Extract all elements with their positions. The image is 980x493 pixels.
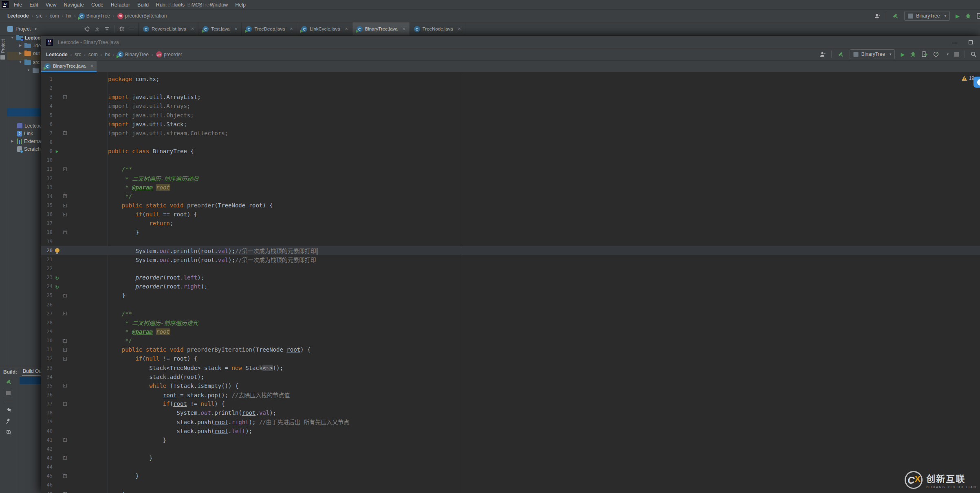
menu-item-view[interactable]: View — [42, 0, 60, 10]
code-line-21[interactable]: 21 System.out.println(root.val);//第一次成为栈… — [41, 255, 980, 264]
code-line-44[interactable]: 44 — [41, 462, 980, 471]
code-line-39[interactable]: 39 stack.push(root.right); //由于先进后出 所有先压… — [41, 417, 980, 426]
run-config-selector[interactable]: BinaryTree▾ — [904, 11, 950, 21]
close-icon[interactable]: × — [458, 26, 461, 31]
code-line-46[interactable]: 46 — [41, 480, 980, 489]
code-line-17[interactable]: 17 return; — [41, 219, 980, 228]
crumb-preorder[interactable]: mpreorder — [156, 51, 182, 57]
run-button-icon[interactable]: ▶ — [956, 13, 960, 19]
tab-linkcycle-java[interactable]: CLinkCycle.java× — [297, 22, 352, 35]
run-class-icon[interactable]: ▶ — [56, 149, 59, 154]
code-line-37[interactable]: 37- if(root != null) { — [41, 399, 980, 408]
debug-bug-icon[interactable] — [910, 51, 916, 57]
menu-item-edit[interactable]: Edit — [26, 0, 42, 10]
chevron-expanded-icon[interactable]: ▼ — [18, 60, 22, 64]
settings-wrench-icon[interactable] — [6, 407, 11, 413]
tab-test-java[interactable]: CTest.java× — [198, 22, 242, 35]
code-line-11[interactable]: 11- /** — [41, 165, 980, 174]
fold-collapse-icon[interactable]: - — [63, 312, 67, 315]
code-line-12[interactable]: 12 * 二叉树遍历-前序遍历递归 — [41, 174, 980, 183]
code-line-29[interactable]: 29 * @param root — [41, 327, 980, 336]
build-hammer-icon[interactable] — [5, 379, 12, 385]
tree-item-out[interactable]: ▶out — [18, 49, 40, 57]
close-icon[interactable]: × — [403, 26, 405, 31]
code-line-28[interactable]: 28 * 二叉树遍历-前序遍历迭代 — [41, 318, 980, 327]
tab-treenode-java[interactable]: CTreeNode.java× — [410, 22, 465, 35]
menu-item-build[interactable]: Build — [134, 0, 152, 10]
code-line-1[interactable]: 1package com.hx; — [41, 75, 980, 84]
close-icon[interactable]: × — [90, 64, 93, 68]
code-line-19[interactable]: 19 — [41, 237, 980, 246]
code-line-34[interactable]: 34 stack.add(root); — [41, 372, 980, 381]
code-line-4[interactable]: 4import java.util.Arrays; — [41, 101, 980, 110]
debug-bug-icon[interactable] — [965, 13, 971, 19]
code-line-30[interactable]: 30^ */ — [41, 336, 980, 345]
menu-item-navigate[interactable]: Navigate — [60, 0, 88, 10]
code-line-20[interactable]: 20 System.out.println(root.val);//第一次成为栈… — [41, 246, 980, 255]
chevron-down-icon[interactable]: ▾ — [890, 52, 892, 56]
code-line-24[interactable]: 24↻ preorder(root.right); — [41, 282, 980, 291]
crumb-hx[interactable]: hx — [105, 52, 110, 57]
fold-collapse-icon[interactable]: - — [63, 95, 67, 99]
maximize-button[interactable] — [969, 40, 973, 44]
chevron-collapsed-icon[interactable]: ▶ — [10, 139, 14, 143]
tree-item-link[interactable]: ?Link — [17, 130, 33, 137]
hide-panel-icon[interactable]: — — [129, 26, 134, 32]
code-line-26[interactable]: 26 — [41, 300, 980, 309]
project-panel-title[interactable]: Project — [15, 26, 31, 32]
profiler-icon[interactable] — [933, 51, 939, 57]
code-line-13[interactable]: 13 * @param root — [41, 183, 980, 192]
code-line-10[interactable]: 10 — [41, 156, 980, 165]
menu-item-code[interactable]: Code — [88, 0, 107, 10]
code-line-22[interactable]: 22 — [41, 264, 980, 273]
chevron-expanded-icon[interactable]: ▼ — [10, 36, 14, 40]
chevron-collapsed-icon[interactable]: ▶ — [18, 51, 22, 55]
tab-reverselist-java[interactable]: CReverseList.java× — [139, 22, 198, 35]
code-line-2[interactable]: 2 — [41, 84, 980, 92]
user-icon[interactable] — [820, 52, 826, 57]
fold-collapse-icon[interactable]: - — [63, 167, 67, 171]
code-line-38[interactable]: 38 System.out.println(root.val); — [41, 408, 980, 417]
minimize-button[interactable]: — — [952, 40, 957, 46]
chevron-expanded-icon[interactable]: ▼ — [26, 68, 31, 72]
code-line-15[interactable]: 15- public static void preorder(TreeNode… — [41, 201, 980, 210]
code-line-8[interactable]: 8 — [41, 138, 980, 147]
code-line-31[interactable]: 31- public static void preorderByIterati… — [41, 345, 980, 354]
fold-collapse-icon[interactable]: - — [63, 402, 67, 406]
code-line-3[interactable]: 3-import java.util.ArrayList; — [41, 92, 980, 101]
run-config-selector[interactable]: BinaryTree▾ — [850, 49, 895, 59]
tree-item-src[interactable]: ▼src — [18, 58, 40, 66]
menu-item-refactor[interactable]: Refactor — [107, 0, 134, 10]
code-line-32[interactable]: 32- if(null != root) { — [41, 354, 980, 363]
tree-item-idea[interactable]: ▶.idea — [18, 42, 44, 49]
code-line-33[interactable]: 33 Stack<TreeNode> stack = new Stack<~>(… — [41, 363, 980, 372]
crumb-leetcode[interactable]: Leetcode — [7, 13, 29, 19]
user-icon[interactable] — [874, 13, 880, 19]
coverage-icon[interactable] — [977, 13, 980, 19]
chevron-down-icon[interactable]: ▾ — [947, 52, 949, 56]
pin-icon[interactable] — [6, 418, 11, 424]
code-line-41[interactable]: 41^ } — [41, 436, 980, 445]
run-button-icon[interactable]: ▶ — [901, 52, 905, 57]
crumb-com[interactable]: com — [88, 52, 98, 57]
fold-collapse-icon[interactable]: - — [63, 204, 67, 207]
code-line-25[interactable]: 25^ } — [41, 291, 980, 300]
code-line-7[interactable]: 7^import java.util.stream.Collectors; — [41, 129, 980, 138]
fold-collapse-icon[interactable]: - — [63, 213, 67, 216]
crumb-leetcode[interactable]: Leetcode — [46, 52, 68, 57]
crumb-com[interactable]: com — [50, 13, 59, 19]
crumb-binarytree[interactable]: CBinaryTree — [79, 13, 110, 19]
fold-end-icon[interactable]: ^ — [63, 474, 67, 478]
close-icon[interactable]: × — [290, 26, 293, 31]
chevron-down-icon[interactable]: ▾ — [35, 27, 37, 31]
close-icon[interactable]: × — [345, 26, 348, 31]
code-editor[interactable]: 1package com.hx;23-import java.util.Arra… — [41, 72, 980, 493]
build-hammer-icon[interactable] — [892, 13, 899, 19]
fold-end-icon[interactable]: ^ — [63, 294, 67, 297]
fold-end-icon[interactable]: ^ — [63, 131, 67, 135]
code-line-45[interactable]: 45^ } — [41, 471, 980, 480]
menu-item-file[interactable]: File — [10, 0, 26, 10]
menu-item-help[interactable]: Help — [231, 0, 249, 10]
code-line-35[interactable]: 35- while (!stack.isEmpty()) { — [41, 381, 980, 390]
code-line-5[interactable]: 5import java.util.Objects; — [41, 111, 980, 120]
